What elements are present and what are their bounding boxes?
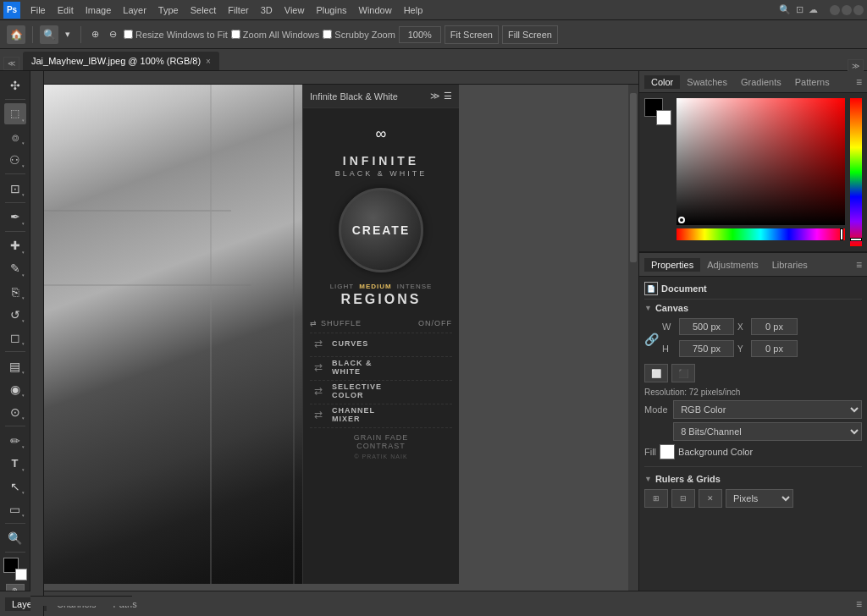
canvas-section-header[interactable]: ▼ Canvas bbox=[644, 303, 862, 313]
menu-view[interactable]: View bbox=[279, 3, 310, 17]
tab-properties[interactable]: Properties bbox=[644, 258, 700, 272]
maximize-btn[interactable] bbox=[842, 5, 852, 15]
curves-shuffle-icon[interactable]: ⇄ bbox=[310, 335, 327, 352]
history-brush-tool[interactable]: ↺ ▾ bbox=[4, 304, 26, 325]
minimize-btn[interactable] bbox=[830, 5, 840, 15]
zoom-all-input[interactable] bbox=[231, 30, 240, 39]
bits-channel-select[interactable]: 8 Bits/Channel 16 Bits/Channel 32 Bits/C… bbox=[673, 422, 862, 441]
gradient-tool[interactable]: ▤ ▾ bbox=[4, 355, 26, 377]
tab-patterns[interactable]: Patterns bbox=[788, 75, 837, 89]
fit-screen-btn[interactable]: Fit Screen bbox=[445, 25, 499, 44]
menu-type[interactable]: Type bbox=[153, 3, 184, 17]
region-light[interactable]: LIGHT bbox=[330, 283, 355, 290]
channel-mixer-shuffle-icon[interactable]: ⇄ bbox=[310, 406, 327, 423]
tool-home[interactable]: 🏠 bbox=[7, 25, 25, 44]
scrubby-zoom-input[interactable] bbox=[323, 30, 332, 39]
grid-show-btn[interactable]: ⊟ bbox=[671, 489, 695, 508]
pen-tool[interactable]: ✏ ▾ bbox=[4, 430, 26, 451]
color-mode-select[interactable]: RGB Color CMYK Color Grayscale bbox=[673, 400, 862, 419]
eyedropper-tool[interactable]: ✒ ▾ bbox=[4, 206, 26, 228]
menu-select[interactable]: Select bbox=[185, 3, 222, 17]
brush-tool[interactable]: ✎ ▾ bbox=[4, 258, 26, 279]
canvas-portrait-btn[interactable]: ⬜ bbox=[644, 364, 668, 382]
stamp-tool[interactable]: ⎘ ▾ bbox=[4, 281, 26, 302]
tab-close-btn[interactable]: × bbox=[206, 57, 211, 66]
bottom-panel-options-btn[interactable]: ≡ bbox=[856, 598, 862, 610]
tab-swatches[interactable]: Swatches bbox=[680, 75, 734, 89]
link-aspect-icon[interactable]: 🔗 bbox=[644, 333, 659, 346]
shuffle-btn[interactable]: ⇄ SHUFFLE bbox=[310, 319, 362, 327]
menu-plugins[interactable]: Plugins bbox=[311, 3, 351, 17]
rulers-show-btn[interactable]: ⊞ bbox=[644, 489, 668, 508]
cloud-icon[interactable]: ☁ bbox=[809, 4, 818, 15]
crop-tool[interactable]: ⊡ ▾ bbox=[4, 178, 26, 199]
region-medium[interactable]: MEDIUM bbox=[359, 283, 391, 290]
fill-color-swatch[interactable] bbox=[660, 444, 675, 459]
resize-windows-input[interactable] bbox=[124, 30, 133, 39]
lasso-tool[interactable]: ⌾ ▾ bbox=[4, 126, 26, 147]
search-icon[interactable]: 🔍 bbox=[779, 4, 791, 15]
create-button[interactable]: CREATE bbox=[339, 188, 423, 272]
zoom-tool[interactable]: 🔍 bbox=[4, 527, 26, 548]
canvas-landscape-btn[interactable]: ⬛ bbox=[671, 364, 695, 382]
width-input[interactable] bbox=[679, 318, 734, 335]
menu-3d[interactable]: 3D bbox=[256, 3, 278, 17]
menu-edit[interactable]: Edit bbox=[52, 3, 79, 17]
zoom-out-btn[interactable]: ⊖ bbox=[106, 27, 120, 41]
menu-file[interactable]: File bbox=[25, 3, 51, 17]
menu-layer[interactable]: Layer bbox=[118, 3, 152, 17]
arrange-icon[interactable]: ⊡ bbox=[796, 4, 803, 15]
zoom-dropdown-btn[interactable]: ▾ bbox=[62, 27, 74, 41]
tab-gradients[interactable]: Gradients bbox=[734, 75, 788, 89]
resize-windows-checkbox[interactable]: Resize Windows to Fit bbox=[124, 30, 228, 40]
healing-brush-tool[interactable]: ✚ ▾ bbox=[4, 235, 26, 256]
scrubby-zoom-checkbox[interactable]: Scrubby Zoom bbox=[323, 30, 395, 40]
shape-tool[interactable]: ▭ ▾ bbox=[4, 498, 26, 520]
fill-screen-btn[interactable]: Fill Screen bbox=[502, 25, 558, 44]
ruler-units-select[interactable]: Pixels Inches Centimeters bbox=[726, 489, 793, 508]
menu-image[interactable]: Image bbox=[80, 3, 117, 17]
color-hue-slider[interactable] bbox=[676, 228, 845, 240]
rulers-title: Rulers & Grids bbox=[655, 474, 721, 484]
x-input[interactable] bbox=[751, 318, 798, 335]
document-tab[interactable]: Jai_Mayhew_IBW.jpeg @ 100% (RGB/8) × bbox=[23, 52, 219, 70]
collapse-panel-left-btn[interactable]: ≪ bbox=[3, 57, 19, 70]
zoom-value-input[interactable] bbox=[399, 26, 441, 43]
vertical-scrollbar[interactable] bbox=[628, 85, 638, 606]
region-intense[interactable]: INTENSE bbox=[397, 283, 433, 290]
y-input[interactable] bbox=[751, 340, 798, 357]
tab-adjustments[interactable]: Adjustments bbox=[700, 258, 765, 272]
color-saturation-brightness[interactable] bbox=[676, 98, 845, 225]
vertical-scroll-thumb[interactable] bbox=[630, 93, 637, 262]
zoom-in-btn[interactable]: ⊕ bbox=[88, 27, 102, 41]
eraser-tool[interactable]: ◻ ▾ bbox=[4, 327, 26, 348]
zoom-all-checkbox[interactable]: Zoom All Windows bbox=[231, 30, 319, 40]
grid-snap-btn[interactable]: ✕ bbox=[699, 489, 722, 508]
quick-select-tool[interactable]: ⚇ ▾ bbox=[4, 149, 26, 170]
tab-libraries[interactable]: Libraries bbox=[765, 258, 815, 272]
properties-panel-options-btn[interactable]: ≡ bbox=[856, 259, 862, 271]
spectrum-strip[interactable] bbox=[850, 98, 862, 246]
rulers-section-header[interactable]: ▼ Rulers & Grids bbox=[644, 474, 862, 484]
rectangle-select-tool[interactable]: ⬚ ▾ bbox=[4, 103, 26, 124]
zoom-tool-icon[interactable]: 🔍 bbox=[40, 25, 58, 44]
move-tool[interactable]: ✣ bbox=[4, 74, 26, 96]
plugin-expand-btn[interactable]: ≫ bbox=[430, 91, 440, 102]
canvas-viewport[interactable]: Infinite Black & White ≫ ☰ ∞ INFINITE BL… bbox=[44, 85, 628, 606]
menu-filter[interactable]: Filter bbox=[223, 3, 253, 17]
menu-help[interactable]: Help bbox=[399, 3, 428, 17]
tab-color[interactable]: Color bbox=[644, 75, 680, 89]
dodge-tool[interactable]: ⊙ ▾ bbox=[4, 401, 26, 422]
blur-tool[interactable]: ◉ ▾ bbox=[4, 378, 26, 399]
sel-color-shuffle-icon[interactable]: ⇄ bbox=[310, 382, 327, 399]
menu-window[interactable]: Window bbox=[354, 3, 397, 17]
path-select-tool[interactable]: ↖ ▾ bbox=[4, 476, 26, 497]
close-btn[interactable] bbox=[853, 5, 864, 15]
background-color-picker[interactable] bbox=[656, 110, 671, 125]
bw-shuffle-icon[interactable]: ⇄ bbox=[310, 359, 327, 376]
plugin-menu-btn[interactable]: ☰ bbox=[444, 91, 452, 102]
type-tool[interactable]: T ▾ bbox=[4, 453, 26, 474]
background-color-swatch[interactable] bbox=[15, 569, 27, 580]
height-input[interactable] bbox=[679, 340, 734, 357]
color-panel-options-btn[interactable]: ≡ bbox=[856, 76, 862, 88]
